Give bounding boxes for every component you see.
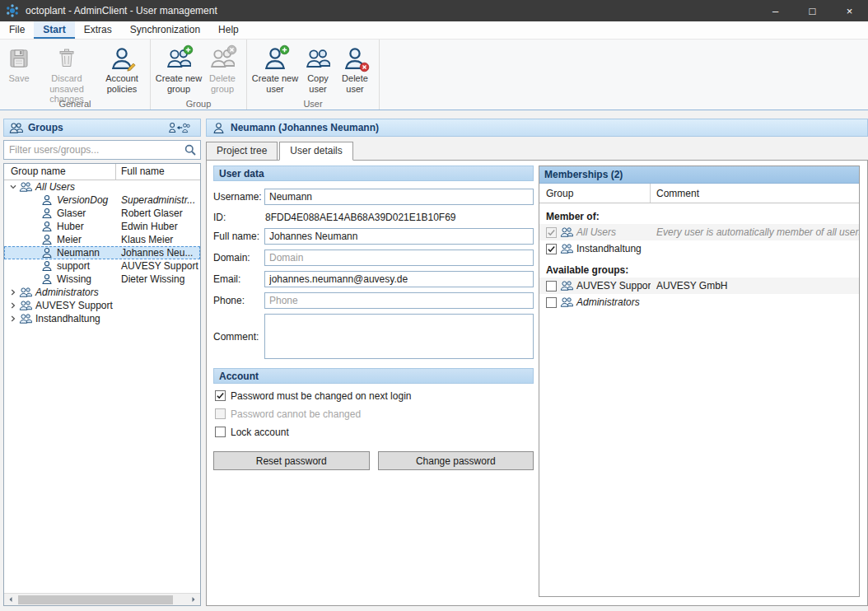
scrollbar-thumb[interactable]: [18, 595, 173, 604]
x-red-badge-icon: [359, 62, 370, 72]
assign-user-to-group-icon[interactable]: [169, 122, 190, 134]
menu-help[interactable]: Help: [209, 21, 248, 39]
column-header-full-name[interactable]: Full name: [116, 164, 200, 180]
create-new-group-button[interactable]: Create new group: [154, 42, 203, 94]
tree-row-wissing[interactable]: Wissing Dieter Wissing: [4, 273, 200, 286]
minimize-button[interactable]: –: [757, 0, 794, 21]
groups-panel-header: Groups: [3, 119, 201, 137]
user-data-section-header: User data: [213, 166, 534, 181]
pencil-icon: [126, 62, 137, 72]
scroll-right-button[interactable]: [187, 594, 200, 605]
tab-user-details[interactable]: User details: [279, 142, 352, 161]
filter-box: [3, 140, 201, 160]
create-new-user-button[interactable]: Create new user: [250, 42, 300, 94]
tree-row-auvesy-support[interactable]: AUVESY Support: [4, 299, 200, 312]
ribbon-group-label-user: User: [247, 99, 379, 109]
group-icon: [560, 226, 573, 238]
comment-textarea[interactable]: [264, 314, 534, 359]
plus-badge-icon: [279, 44, 290, 55]
password-cannot-change-row: Password cannot be changed: [215, 408, 534, 420]
password-must-change-checkbox[interactable]: [215, 390, 226, 401]
comment-field-row: Comment:: [213, 314, 534, 359]
tree-row-instandhaltung[interactable]: Instandhaltung: [4, 312, 200, 325]
window-title: octoplant - AdminClient - User managemen…: [26, 5, 217, 16]
ribbon-group-general: Save Discard unsaved changes Account pol…: [0, 40, 151, 110]
memberships-column-headers: Group Comment: [539, 184, 859, 203]
copy-user-button[interactable]: Copy user: [300, 42, 336, 94]
menu-extras[interactable]: Extras: [75, 21, 121, 39]
id-field-row: ID: 8FDD4E088AE14AB68A39D021E1B10F69: [213, 212, 534, 223]
close-button[interactable]: ×: [831, 0, 868, 21]
tree-row-support[interactable]: support AUVESY Support: [4, 259, 200, 273]
menu-start[interactable]: Start: [34, 21, 74, 39]
group-icon: [560, 243, 573, 254]
tree-row-administrators[interactable]: Administrators: [4, 286, 200, 299]
user-icon: [40, 221, 54, 232]
tree-row-huber[interactable]: Huber Edwin Huber: [4, 220, 200, 233]
chevron-down-icon[interactable]: [7, 183, 19, 191]
change-password-button[interactable]: Change password: [378, 451, 534, 470]
check-icon: [547, 245, 556, 254]
groups-tree-table: Group name Full name All Users VersionDo…: [3, 163, 201, 606]
title-bar: octoplant - AdminClient - User managemen…: [0, 0, 868, 21]
check-icon: [216, 391, 225, 400]
octoplant-logo-icon: [5, 3, 20, 18]
password-cannot-change-checkbox[interactable]: [215, 408, 226, 419]
discard-unsaved-changes-button[interactable]: Discard unsaved changes: [35, 42, 99, 105]
auvesy-support-checkbox[interactable]: [546, 281, 557, 292]
administrators-checkbox[interactable]: [546, 297, 557, 308]
username-label: Username:: [213, 191, 264, 203]
column-header-group[interactable]: Group: [539, 184, 651, 203]
tree-row-meier[interactable]: Meier Klaus Meier: [4, 233, 200, 246]
memberships-header: Memberships (2): [539, 166, 859, 184]
chevron-right-icon[interactable]: [7, 315, 19, 323]
user-icon: [212, 122, 226, 134]
membership-row-all-users[interactable]: All Users Every user is automatically me…: [539, 224, 859, 240]
tree-row-neumann[interactable]: Neumann Johannes Neu...: [4, 246, 200, 259]
ribbon-group-label-general: General: [0, 99, 150, 109]
password-must-change-row: Password must be changed on next login: [215, 389, 534, 402]
delete-group-button[interactable]: Delete group: [203, 42, 241, 94]
search-icon[interactable]: [184, 143, 197, 156]
tree-row-versiondog[interactable]: VersionDog Superadministr...: [4, 194, 200, 207]
membership-row-instandhaltung[interactable]: Instandhaltung: [539, 240, 859, 257]
menu-bar: File Start Extras Synchronization Help: [0, 21, 868, 40]
filter-users-groups-input[interactable]: [3, 140, 201, 160]
available-row-auvesy-support[interactable]: AUVESY Support AUVESY GmbH: [539, 278, 859, 294]
group-icon: [560, 280, 573, 292]
tree-row-all-users[interactable]: All Users: [4, 180, 200, 194]
chevron-right-icon[interactable]: [7, 301, 19, 310]
domain-input[interactable]: [264, 250, 534, 266]
column-header-comment[interactable]: Comment: [651, 188, 859, 199]
available-row-administrators[interactable]: Administrators: [539, 294, 859, 310]
full-name-input[interactable]: [264, 228, 534, 245]
menu-file[interactable]: File: [0, 21, 34, 39]
domain-label: Domain:: [213, 252, 264, 264]
user-detail-header: Neumann (Johannes Neumann): [206, 119, 868, 137]
email-input[interactable]: [264, 271, 534, 287]
phone-label: Phone:: [213, 295, 264, 306]
comment-label: Comment:: [213, 331, 264, 343]
phone-input[interactable]: [264, 292, 534, 309]
group-icon: [560, 296, 573, 308]
email-label: Email:: [213, 273, 264, 285]
scroll-left-button[interactable]: [4, 594, 17, 605]
user-details-content: User data Username: ID: 8FDD4E088AE14AB6…: [206, 160, 868, 606]
tab-project-tree[interactable]: Project tree: [206, 142, 278, 161]
menu-synchronization[interactable]: Synchronization: [121, 21, 209, 39]
horizontal-scrollbar[interactable]: [4, 593, 200, 605]
maximize-button[interactable]: □: [794, 0, 831, 21]
instandhaltung-checkbox[interactable]: [546, 244, 557, 254]
tree-row-glaser[interactable]: Glaser Robert Glaser: [4, 207, 200, 220]
memberships-panel: Memberships (2) Group Comment Member of:…: [539, 166, 860, 597]
email-field-row: Email:: [213, 271, 534, 287]
account-policies-button[interactable]: Account policies: [99, 42, 145, 94]
lock-account-checkbox[interactable]: [215, 427, 226, 437]
ribbon-group-group: Create new group Delete group Group: [151, 40, 247, 110]
delete-user-button[interactable]: Delete user: [336, 42, 374, 94]
username-input[interactable]: [264, 189, 534, 205]
reset-password-button[interactable]: Reset password: [213, 451, 370, 470]
chevron-right-icon[interactable]: [7, 288, 19, 296]
column-header-group-name[interactable]: Group name: [4, 164, 116, 180]
save-button[interactable]: Save: [3, 42, 35, 84]
